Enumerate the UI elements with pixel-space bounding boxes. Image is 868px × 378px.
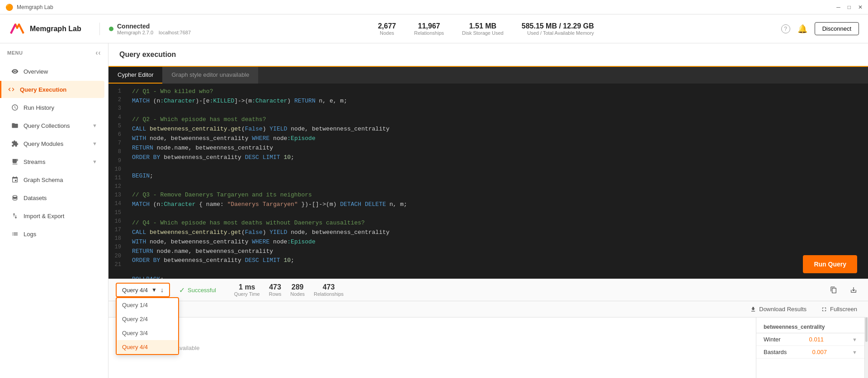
run-query-button[interactable]: Run Query bbox=[803, 255, 857, 273]
code-line-13: MATCH (n:Character { name: "Daenerys Tar… bbox=[127, 200, 868, 210]
sidebar-item-datasets-label: Datasets bbox=[24, 195, 47, 201]
result-row-bastards: Bastards 0.007 ▼ bbox=[756, 346, 864, 359]
chevron-down-icon-2: ▼ bbox=[92, 141, 97, 146]
fullscreen-button[interactable]: Fullscreen bbox=[817, 304, 861, 314]
tab-graph-style[interactable]: Graph style editor unavailable bbox=[162, 67, 258, 84]
query-option-1[interactable]: Query 1/4 bbox=[117, 298, 178, 312]
line-numbers: 12345 678910 1112131415 1617181920 21 bbox=[108, 84, 127, 279]
code-lines: // Q1 - Who killed who? MATCH (n:Charact… bbox=[127, 84, 868, 279]
code-line-8: ORDER BY betweenness_centrality DESC LIM… bbox=[127, 153, 868, 163]
sidebar-item-overview[interactable]: Overview bbox=[4, 63, 104, 80]
chevron-bastards-icon: ▼ bbox=[852, 350, 857, 355]
stat-memory-value: 585.15 MB / 12.29 GB bbox=[522, 22, 594, 30]
sidebar-item-streams-label: Streams bbox=[24, 159, 45, 165]
sidebar-item-overview-label: Overview bbox=[24, 68, 48, 75]
download-icon bbox=[750, 306, 756, 313]
sidebar-item-datasets[interactable]: Datasets bbox=[4, 189, 104, 206]
code-line-3 bbox=[127, 106, 868, 116]
connection-info: Connected Memgraph 2.7.0 localhost:7687 bbox=[99, 23, 191, 35]
transfer-icon bbox=[11, 212, 19, 220]
logo-area: Memgraph Lab bbox=[9, 21, 90, 37]
query-option-3[interactable]: Query 3/4 bbox=[117, 326, 178, 340]
clock-icon bbox=[11, 103, 19, 112]
stat-disk-value: 1.51 MB bbox=[462, 22, 504, 30]
code-line-19: ORDER BY betweenness_centrality DESC LIM… bbox=[127, 256, 868, 266]
logo-text: Memgraph Lab bbox=[30, 25, 81, 33]
stat-time-value: 1 ms bbox=[234, 283, 260, 291]
sidebar-item-import-export[interactable]: Import & Export bbox=[4, 207, 104, 224]
sidebar-item-query-execution[interactable]: Query Execution bbox=[0, 81, 104, 98]
sidebar-item-run-history[interactable]: Run History bbox=[4, 99, 104, 116]
result-row-winter: Winter 0.011 ▼ bbox=[756, 333, 864, 346]
query-option-4[interactable]: Query 4/4 bbox=[117, 340, 178, 354]
code-line-14 bbox=[127, 209, 868, 219]
results-header: Query 4/4 ▼ ↓ Query 1/4 Query 2/4 Query … bbox=[108, 279, 868, 301]
sidebar-item-graph-schema-label: Graph Schema bbox=[24, 177, 63, 183]
titlebar: 🟠 Memgraph Lab ─ □ ✕ bbox=[0, 0, 868, 14]
stat-relationships: 11,967 Relationships bbox=[414, 22, 444, 36]
sidebar-item-streams[interactable]: Streams ▼ bbox=[4, 153, 104, 170]
query-selector-label: Query 4/4 bbox=[122, 287, 148, 294]
code-line-12: // Q3 - Remove Daenerys Targaryen and it… bbox=[127, 191, 868, 200]
logo-icon bbox=[9, 21, 25, 37]
result-row-winter-label: Winter bbox=[764, 336, 781, 343]
tab-cypher-editor[interactable]: Cypher Editor bbox=[108, 67, 162, 84]
sidebar-item-import-export-label: Import & Export bbox=[24, 213, 64, 219]
diagram-icon bbox=[11, 176, 19, 184]
cursor-pointer-icon: ↓ bbox=[160, 286, 164, 294]
code-line-1: // Q1 - Who killed who? bbox=[127, 87, 868, 97]
results-actions bbox=[826, 285, 861, 295]
query-selector: Query 4/4 ▼ ↓ Query 1/4 Query 2/4 Query … bbox=[116, 283, 170, 297]
minimize-icon[interactable]: ─ bbox=[836, 4, 840, 10]
close-icon[interactable]: ✕ bbox=[858, 4, 863, 10]
sidebar-item-query-execution-label: Query Execution bbox=[20, 86, 66, 93]
stat-memory: 585.15 MB / 12.29 GB Used / Total Availa… bbox=[522, 22, 594, 36]
code-line-21: ROLLBACK; bbox=[127, 275, 868, 279]
query-option-2[interactable]: Query 2/4 bbox=[117, 312, 178, 326]
download-results-button[interactable]: Download Results bbox=[746, 304, 810, 314]
sidebar-item-query-modules[interactable]: Query Modules ▼ bbox=[4, 135, 104, 152]
help-icon[interactable]: ? bbox=[781, 24, 790, 33]
stat-rows-label: Rows bbox=[269, 291, 282, 297]
menu-label: MENU bbox=[7, 50, 23, 56]
stat-result-rel-label: Relationships bbox=[314, 291, 344, 297]
result-stat-relationships: 473 Relationships bbox=[314, 283, 344, 297]
download-results-label: Download Results bbox=[759, 306, 807, 313]
page-title: Query execution bbox=[119, 51, 176, 58]
code-line-15: // Q4 - Which episode has most deaths wi… bbox=[127, 219, 868, 228]
results-scrollbar[interactable] bbox=[864, 317, 868, 378]
stat-rel-value: 11,967 bbox=[414, 22, 444, 30]
sidebar-item-query-collections-label: Query Collections bbox=[24, 122, 70, 129]
fullscreen-icon bbox=[821, 306, 827, 313]
stat-result-rel-value: 473 bbox=[314, 283, 344, 291]
result-stat-nodes: 289 Nodes bbox=[290, 283, 305, 297]
sidebar-item-graph-schema[interactable]: Graph Schema bbox=[4, 171, 104, 188]
notifications-icon[interactable]: 🔔 bbox=[797, 24, 807, 34]
check-icon: ✓ bbox=[179, 286, 185, 294]
memgraph-version: Memgraph 2.7.0 bbox=[117, 30, 153, 35]
main-layout: MENU ‹‹ Overview Query Execution Run His… bbox=[0, 43, 868, 378]
result-row-bastards-value: 0.007 bbox=[812, 349, 827, 355]
stat-rel-label: Relationships bbox=[414, 30, 444, 36]
code-editor[interactable]: 12345 678910 1112131415 1617181920 21 //… bbox=[108, 84, 868, 279]
result-stat-time: 1 ms Query Time bbox=[234, 283, 260, 297]
export-button[interactable] bbox=[846, 285, 861, 295]
stream-icon bbox=[11, 158, 19, 166]
code-content: 12345 678910 1112131415 1617181920 21 //… bbox=[108, 84, 868, 279]
query-selector-button[interactable]: Query 4/4 ▼ ↓ bbox=[116, 283, 170, 297]
stat-memory-label: Used / Total Available Memory bbox=[522, 30, 594, 36]
sidebar-item-logs[interactable]: Logs bbox=[4, 225, 104, 243]
sidebar-item-query-collections[interactable]: Query Collections ▼ bbox=[4, 117, 104, 134]
code-line-5: CALL betweenness_centrality.get(False) Y… bbox=[127, 125, 868, 134]
database-icon bbox=[11, 194, 19, 202]
results-toolbar: Download Results Fullscreen bbox=[108, 301, 868, 317]
navbar: Memgraph Lab Connected Memgraph 2.7.0 lo… bbox=[0, 14, 868, 43]
sidebar-collapse-icon[interactable]: ‹‹ bbox=[95, 49, 101, 57]
results-panel: Query 4/4 ▼ ↓ Query 1/4 Query 2/4 Query … bbox=[108, 279, 868, 378]
disconnect-button[interactable]: Disconnect bbox=[815, 22, 859, 35]
code-line-9 bbox=[127, 162, 868, 172]
copy-button[interactable] bbox=[826, 285, 841, 295]
folder-icon bbox=[11, 121, 19, 130]
maximize-icon[interactable]: □ bbox=[848, 4, 851, 10]
list-icon bbox=[11, 230, 19, 238]
